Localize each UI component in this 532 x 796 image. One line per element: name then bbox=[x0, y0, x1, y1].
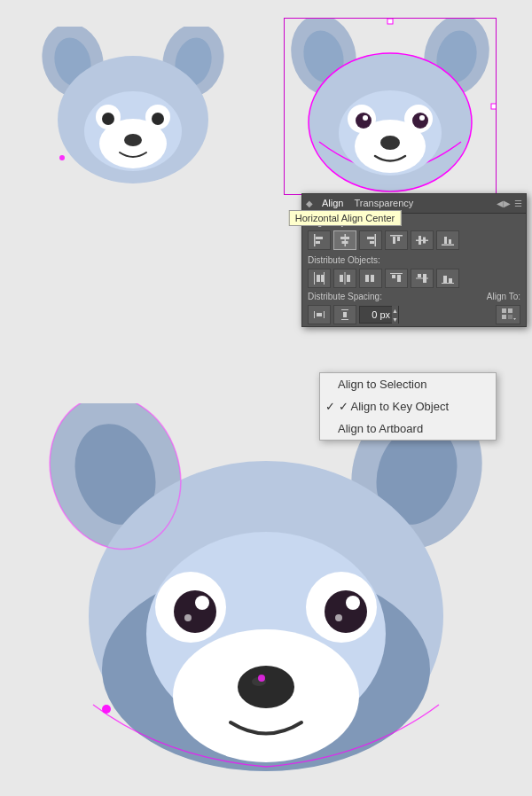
svg-point-87 bbox=[325, 590, 367, 633]
svg-rect-46 bbox=[444, 237, 447, 244]
distribute-h-spacing-button[interactable] bbox=[308, 305, 331, 324]
raccoon-large bbox=[35, 403, 497, 776]
svg-rect-58 bbox=[392, 275, 395, 278]
spacing-input[interactable]: 0 px bbox=[360, 309, 392, 320]
align-top-button[interactable] bbox=[385, 230, 408, 250]
svg-rect-39 bbox=[390, 235, 403, 237]
svg-point-88 bbox=[195, 596, 209, 610]
distribute-objects-row bbox=[302, 267, 526, 290]
svg-point-10 bbox=[152, 113, 164, 125]
svg-point-95 bbox=[258, 675, 265, 682]
svg-rect-45 bbox=[442, 245, 454, 246]
spacing-input-wrap[interactable]: 0 px ▲ ▼ bbox=[359, 306, 399, 324]
panel-scroll-left-icon[interactable]: ◀▶ bbox=[497, 199, 511, 208]
distribute-objects-label: Distribute Objects: bbox=[302, 252, 526, 267]
svg-rect-62 bbox=[423, 274, 426, 283]
svg-point-89 bbox=[346, 596, 360, 610]
svg-rect-59 bbox=[397, 275, 401, 282]
svg-point-11 bbox=[124, 134, 142, 146]
svg-rect-33 bbox=[345, 234, 347, 246]
distribute-center-v-button[interactable] bbox=[411, 269, 434, 288]
distribute-spacing-label: Distribute Spacing: bbox=[308, 292, 483, 301]
svg-point-27 bbox=[380, 136, 400, 150]
spacing-arrows[interactable]: ▲ ▼ bbox=[392, 306, 398, 324]
panel-tab-icons: ◀▶ ☰ bbox=[497, 199, 522, 208]
distribute-bottom-button[interactable] bbox=[436, 269, 459, 288]
svg-rect-55 bbox=[365, 275, 369, 282]
align-right-button[interactable] bbox=[359, 230, 382, 250]
svg-point-12 bbox=[59, 155, 65, 160]
canvas: ◆ Align Transparency ◀▶ ☰ Align Objects:… bbox=[0, 0, 532, 796]
svg-point-24 bbox=[412, 113, 428, 129]
svg-rect-61 bbox=[418, 274, 421, 277]
svg-point-26 bbox=[419, 115, 425, 121]
svg-rect-71 bbox=[343, 312, 347, 317]
distribute-center-h-button[interactable] bbox=[333, 269, 356, 288]
svg-rect-74 bbox=[502, 315, 506, 319]
spacing-down-arrow[interactable]: ▼ bbox=[392, 315, 398, 324]
align-to-artboard-item[interactable]: Align to Artboard bbox=[320, 418, 496, 440]
svg-point-23 bbox=[356, 113, 372, 129]
panel-menu-icon[interactable]: ☰ bbox=[514, 199, 522, 208]
spacing-up-arrow[interactable]: ▲ bbox=[392, 306, 398, 315]
distribute-spacing-buttons-row: 0 px ▲ ▼ bbox=[302, 303, 526, 326]
distribute-top-button[interactable] bbox=[385, 269, 408, 288]
align-left-button[interactable] bbox=[308, 230, 331, 250]
svg-rect-56 bbox=[371, 275, 374, 282]
svg-rect-66 bbox=[314, 311, 315, 318]
svg-rect-73 bbox=[508, 308, 512, 313]
align-center-h-button[interactable]: Horizontal Align Center bbox=[333, 230, 356, 250]
svg-rect-49 bbox=[317, 275, 320, 282]
svg-rect-68 bbox=[317, 313, 322, 316]
svg-point-9 bbox=[102, 113, 114, 125]
svg-rect-69 bbox=[341, 309, 348, 310]
align-objects-row: Horizontal Align Center bbox=[302, 229, 526, 252]
svg-rect-51 bbox=[321, 275, 325, 282]
tab-transparency[interactable]: Transparency bbox=[348, 196, 419, 212]
svg-rect-48 bbox=[314, 272, 315, 285]
tab-align[interactable]: Align bbox=[317, 196, 348, 212]
panel-collapse-icon[interactable]: ◆ bbox=[306, 199, 313, 208]
svg-point-90 bbox=[184, 614, 192, 621]
svg-rect-43 bbox=[419, 236, 421, 245]
svg-rect-63 bbox=[442, 283, 454, 284]
svg-rect-65 bbox=[449, 278, 452, 283]
raccoon-selected bbox=[284, 18, 497, 195]
panel-tabs: ◆ Align Transparency ◀▶ ☰ bbox=[302, 194, 526, 214]
align-objects-label: Align Objects: bbox=[302, 214, 526, 229]
distribute-right-button[interactable] bbox=[359, 269, 382, 288]
align-to-key-object-item[interactable]: ✓ Align to Key Object bbox=[320, 395, 496, 418]
svg-rect-57 bbox=[390, 273, 403, 274]
svg-rect-44 bbox=[423, 238, 426, 244]
svg-rect-54 bbox=[347, 275, 350, 282]
align-bottom-button[interactable] bbox=[436, 230, 459, 250]
raccoon-small bbox=[35, 27, 231, 186]
distribute-left-button[interactable] bbox=[308, 269, 331, 288]
align-to-dropdown-menu: Align to Selection ✓ Align to Key Object… bbox=[319, 372, 497, 441]
svg-rect-34 bbox=[340, 237, 349, 239]
svg-rect-53 bbox=[340, 275, 343, 282]
svg-point-91 bbox=[335, 614, 342, 621]
distribute-spacing-row: Distribute Spacing: Align To: bbox=[302, 290, 526, 303]
align-middle-button[interactable] bbox=[411, 230, 434, 250]
svg-rect-31 bbox=[316, 237, 323, 239]
svg-rect-38 bbox=[370, 241, 374, 244]
svg-rect-75 bbox=[508, 315, 512, 319]
svg-rect-30 bbox=[314, 234, 316, 246]
svg-rect-32 bbox=[316, 241, 320, 244]
align-to-selection-item[interactable]: Align to Selection bbox=[320, 373, 496, 395]
svg-rect-36 bbox=[375, 234, 377, 246]
svg-point-86 bbox=[174, 590, 216, 633]
svg-rect-37 bbox=[367, 237, 374, 239]
align-to-dropdown[interactable] bbox=[496, 305, 520, 324]
svg-point-25 bbox=[363, 115, 368, 121]
svg-rect-64 bbox=[443, 276, 447, 283]
svg-rect-52 bbox=[345, 272, 346, 285]
svg-rect-29 bbox=[491, 104, 497, 109]
align-panel: ◆ Align Transparency ◀▶ ☰ Align Objects:… bbox=[301, 193, 527, 327]
svg-rect-35 bbox=[342, 241, 348, 244]
svg-rect-47 bbox=[449, 239, 451, 244]
svg-rect-67 bbox=[324, 311, 325, 318]
distribute-v-spacing-button[interactable] bbox=[333, 305, 356, 324]
svg-point-92 bbox=[238, 666, 294, 708]
